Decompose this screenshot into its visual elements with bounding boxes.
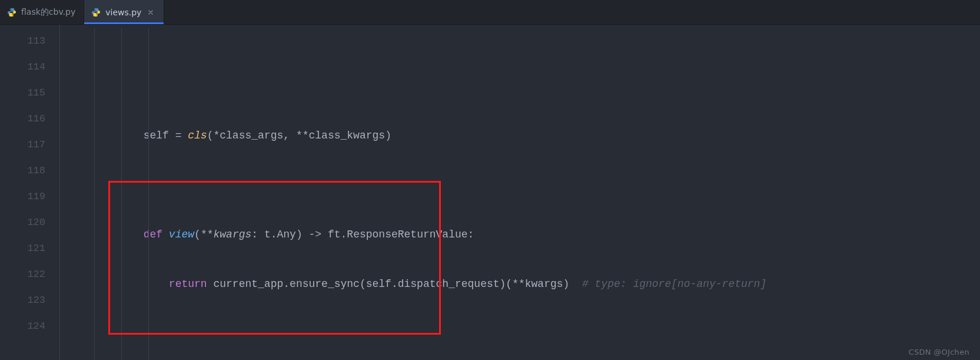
highlight-box: [108, 181, 441, 335]
tab-flask-cbv[interactable]: flask的cbv.py: [0, 0, 84, 24]
tab-views[interactable]: views.py: [84, 0, 164, 24]
line-number: 113: [0, 28, 45, 54]
line-number: 119: [0, 184, 45, 210]
tab-label: views.py: [105, 8, 141, 17]
code-line: self = cls(*class_args, **class_kwargs): [60, 123, 980, 148]
line-number: 124: [0, 313, 45, 339]
code-editor[interactable]: 113 114 115 116 117 118 119 120 121 122 …: [0, 25, 980, 360]
line-number: 114: [0, 54, 45, 80]
python-icon: [91, 8, 101, 17]
line-number: 115: [0, 80, 45, 106]
watermark: CSDN @OJchen: [909, 348, 970, 356]
line-number: 121: [0, 236, 45, 262]
line-number: 123: [0, 288, 45, 313]
python-icon: [7, 8, 16, 17]
gutter: 113 114 115 116 117 118 119 120 121 122 …: [0, 25, 60, 360]
line-number: 122: [0, 262, 45, 288]
tab-bar: flask的cbv.py views.py: [0, 0, 980, 25]
indent-guide: [94, 28, 95, 360]
line-number: 116: [0, 106, 45, 132]
line-number: 120: [0, 210, 45, 236]
line-number: 117: [0, 132, 45, 158]
tab-label: flask的cbv.py: [21, 7, 75, 18]
close-icon[interactable]: [146, 8, 155, 17]
line-number: 118: [0, 158, 45, 184]
